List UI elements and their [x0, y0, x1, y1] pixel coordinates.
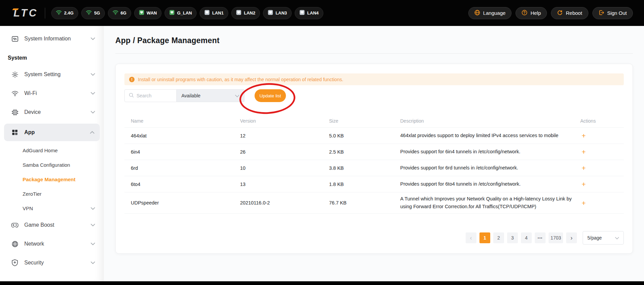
package-size: 1.8 KB: [329, 182, 400, 187]
table-row: 6rd 10 3.8 KB Provides support for 6rd t…: [124, 160, 624, 176]
sidebar-subitem-zerotier[interactable]: ZeroTier: [0, 187, 104, 201]
status-pill-lan2[interactable]: LAN2: [231, 7, 260, 19]
install-package-button[interactable]: +: [580, 164, 624, 171]
question-icon: [522, 10, 527, 17]
page-button-1[interactable]: 1: [479, 232, 490, 243]
search-box: [124, 89, 177, 102]
sidebar-item-label: Device: [24, 109, 41, 115]
page-button-4[interactable]: 4: [521, 232, 532, 243]
status-pill-lan1[interactable]: LAN1: [200, 7, 228, 19]
language-button[interactable]: Language: [468, 7, 512, 19]
more-pages-button[interactable]: •••: [535, 232, 546, 243]
prev-page-button[interactable]: ‹: [466, 232, 476, 243]
sidebar-item-wifi[interactable]: Wi-Fi: [0, 84, 104, 103]
grid-icon: [11, 129, 19, 136]
package-description: Provides support for 6in4 tunnels in /et…: [400, 145, 580, 158]
chevron-down-icon: [91, 111, 95, 114]
pagination: ‹ 1 2 3 4 ••• 1703 › 5/page: [124, 231, 624, 245]
package-description: Provides support for 6rd tunnels in /etc…: [400, 161, 580, 175]
activity-monitor-icon: [11, 35, 19, 42]
install-package-button[interactable]: +: [580, 132, 624, 139]
package-version: 12: [240, 133, 329, 138]
sidebar: System Information System System Setting: [0, 26, 104, 281]
sidebar-item-network[interactable]: Network: [0, 234, 104, 253]
table-row: 464xlat 12 5.0 KB 464xlat provides suppo…: [124, 128, 624, 144]
chevron-down-icon: [91, 92, 95, 95]
reboot-button[interactable]: Reboot: [551, 7, 588, 19]
chip-icon: [11, 108, 19, 116]
help-button[interactable]: Help: [516, 7, 547, 19]
status-pill-row: 2.4G 5G 6G WAN: [51, 7, 323, 19]
caution-banner-text: Install or uninstall programs with cauti…: [138, 77, 343, 82]
sidebar-subitem-label: Package Management: [23, 177, 76, 182]
ethernet-icon: [139, 10, 144, 16]
logo-accent: [12, 8, 19, 10]
package-description: Provides support for 6to4 tunnels in /et…: [400, 178, 580, 191]
package-table: Name Version Size Description Actions 46…: [124, 114, 624, 214]
status-pill-24g[interactable]: 2.4G: [51, 7, 78, 19]
package-size: 76.7 KB: [329, 200, 400, 205]
chevron-down-icon: [615, 235, 619, 241]
chevron-down-icon: [91, 37, 95, 40]
next-page-button[interactable]: ›: [566, 232, 577, 243]
table-row: 6to4 13 1.8 KB Provides support for 6to4…: [124, 176, 624, 192]
filter-value: Available: [181, 93, 201, 98]
sidebar-subitem-adguard-home[interactable]: AdGuard Home: [0, 143, 104, 158]
sidebar-subitem-vpn[interactable]: VPN: [0, 201, 104, 216]
sidebar-section-system: System: [0, 48, 104, 65]
sign-out-icon: [598, 10, 604, 17]
ethernet-icon: [299, 10, 305, 16]
chevron-down-icon: [91, 261, 95, 264]
table-row: 6in4 26 2.5 KB Provides support for 6in4…: [124, 144, 624, 160]
install-package-button[interactable]: +: [580, 181, 624, 188]
wifi-icon: [56, 10, 62, 16]
status-pill-6g[interactable]: 6G: [108, 7, 131, 19]
install-package-button[interactable]: +: [580, 148, 624, 155]
package-size: 2.5 KB: [329, 149, 400, 155]
page-button-2[interactable]: 2: [493, 232, 504, 243]
sidebar-item-device[interactable]: Device: [0, 103, 104, 122]
ethernet-icon: [236, 10, 241, 16]
sign-out-button[interactable]: Sign Out: [592, 7, 633, 19]
ethernet-icon: [268, 10, 273, 16]
status-pill-glan[interactable]: G_LAN: [165, 7, 197, 19]
caution-banner: ! Install or uninstall programs with cau…: [124, 73, 624, 85]
globe-icon: [11, 240, 19, 248]
sidebar-item-label: Security: [24, 260, 44, 266]
page-size-select[interactable]: 5/page: [583, 231, 624, 245]
sidebar-item-security[interactable]: Security: [0, 253, 104, 272]
status-pill-5g[interactable]: 5G: [81, 7, 105, 19]
sidebar-item-label: App: [24, 129, 35, 135]
sidebar-item-game-boost[interactable]: Game Boost: [0, 216, 104, 234]
status-pill-wan[interactable]: WAN: [134, 7, 162, 19]
status-pill-lan3[interactable]: LAN3: [263, 7, 292, 19]
package-management-page: LTC 2.4G 5G 6G: [0, 0, 644, 285]
update-list-button[interactable]: Update list: [255, 89, 286, 102]
availability-filter-select[interactable]: Available: [177, 89, 244, 102]
page-button-1703[interactable]: 1703: [549, 232, 563, 243]
chevron-down-icon: [91, 73, 95, 76]
column-header-actions: Actions: [580, 118, 624, 124]
sidebar-subitem-package-management[interactable]: Package Management: [0, 172, 104, 187]
toolbar: Available Update list: [124, 89, 624, 102]
sidebar-subitem-samba-configuration[interactable]: Samba Configuration: [0, 158, 104, 172]
page-button-3[interactable]: 3: [507, 232, 518, 243]
sidebar-item-system-setting[interactable]: System Setting: [0, 65, 104, 84]
topbar-divider: [45, 8, 45, 19]
package-size: 3.8 KB: [329, 165, 400, 171]
chevron-down-icon: [91, 207, 95, 210]
column-header-size: Size: [329, 118, 400, 124]
main-content: App / Package Management ! Install or un…: [104, 26, 644, 281]
topbar: LTC 2.4G 5G 6G: [0, 0, 644, 26]
wifi-icon: [11, 90, 19, 97]
gamepad-icon: [11, 221, 19, 229]
package-name: 6rd: [131, 165, 240, 171]
status-pill-lan4[interactable]: LAN4: [295, 7, 323, 19]
install-package-button[interactable]: +: [580, 199, 624, 207]
sidebar-item-label: Network: [24, 241, 44, 247]
sidebar-item-app[interactable]: App: [4, 124, 100, 141]
search-input[interactable]: [137, 93, 172, 98]
package-version: 20210116.0-2: [240, 200, 329, 205]
sidebar-item-system-information[interactable]: System Information: [0, 29, 104, 48]
reboot-label: Reboot: [566, 10, 582, 16]
